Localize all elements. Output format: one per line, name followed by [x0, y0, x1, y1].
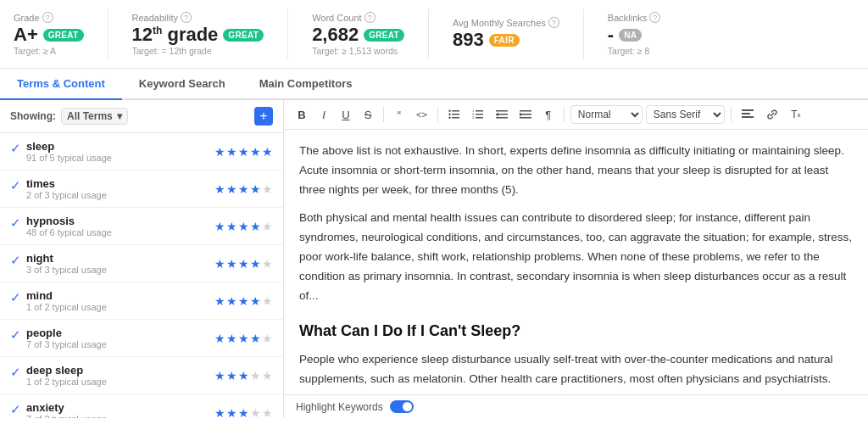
star-icon: ★ [226, 369, 237, 383]
svg-point-4 [448, 114, 450, 115]
term-stars: ★★★★★ [214, 145, 273, 159]
avg-monthly-info-icon[interactable]: ? [548, 17, 559, 28]
term-item[interactable]: ✓ deep sleep 1 of 2 typical usage ★★★★★ [0, 357, 283, 394]
term-name: people [26, 327, 107, 339]
term-usage: 91 of 5 typical usage [26, 153, 112, 163]
term-stars: ★★★★★ [214, 220, 273, 233]
grade-info-icon[interactable]: ? [42, 12, 53, 23]
paragraph-format-button[interactable]: ¶ [539, 106, 558, 124]
content-paragraph-1: The above list is not exhaustive. In sho… [299, 142, 853, 200]
star-icon: ★ [238, 332, 249, 345]
svg-rect-1 [452, 114, 459, 115]
grade-target: Target: ≥ A [14, 46, 84, 56]
grade-badge: GREAT [43, 29, 84, 42]
backlinks-info-icon[interactable]: ? [649, 12, 660, 23]
content-paragraph-3: People who experience sleep disturbance … [299, 350, 853, 394]
highlight-label: Highlight Keywords [296, 401, 383, 413]
backlinks-target: Target: ≥ 8 [608, 46, 660, 56]
editor-content[interactable]: The above list is not exhaustive. In sho… [284, 130, 868, 394]
code-button[interactable]: <> [412, 107, 431, 122]
sidebar-header: Showing: All Terms ▾ + [0, 100, 283, 133]
term-item[interactable]: ✓ night 3 of 3 typical usage ★★★★★ [0, 245, 283, 282]
add-term-button[interactable]: + [254, 107, 273, 126]
highlight-bar: Highlight Keywords [284, 394, 868, 418]
star-icon: ★ [262, 294, 273, 308]
term-usage: 7 of 2 typical usage [26, 414, 107, 418]
svg-rect-7 [476, 114, 483, 115]
strikethrough-button[interactable]: S [359, 106, 377, 124]
term-name: deep sleep [26, 364, 107, 377]
font-select[interactable]: Sans Serif Serif Monospace [646, 105, 725, 124]
showing-dropdown[interactable]: All Terms ▾ [61, 108, 128, 125]
link-button[interactable] [761, 105, 783, 124]
svg-rect-14 [496, 117, 508, 119]
svg-rect-12 [496, 110, 508, 112]
term-check-icon: ✓ [10, 215, 21, 231]
term-usage: 48 of 6 typical usage [26, 227, 112, 237]
term-item[interactable]: ✓ people 7 of 3 typical usage ★★★★★ [0, 320, 283, 357]
term-stars: ★★★★★ [214, 294, 273, 308]
clear-format-button[interactable]: Tx [787, 106, 805, 123]
svg-rect-18 [520, 117, 531, 119]
word-count-value: 2,682 [312, 25, 359, 45]
star-icon: ★ [250, 220, 261, 233]
term-item[interactable]: ✓ sleep 91 of 5 typical usage ★★★★★ [0, 133, 283, 170]
indent-right-button[interactable] [515, 106, 536, 123]
backlinks-value: - [608, 25, 614, 45]
term-usage: 2 of 3 typical usage [26, 190, 107, 200]
svg-rect-21 [742, 113, 750, 114]
avg-monthly-label: Avg Monthly Searches ? [453, 17, 559, 28]
term-name: night [26, 252, 107, 265]
svg-marker-19 [520, 113, 522, 117]
list-ordered-button[interactable]: 123 [468, 106, 488, 123]
metric-avg-monthly: Avg Monthly Searches ? 893 FAIR [453, 8, 584, 59]
indent-left-button[interactable] [492, 106, 512, 123]
format-select[interactable]: Normal Heading 1 Heading 2 [570, 105, 643, 124]
word-count-info-icon[interactable]: ? [364, 12, 376, 23]
align-button[interactable] [737, 107, 758, 122]
term-item[interactable]: ✓ mind 1 of 2 typical usage ★★★★★ [0, 282, 283, 320]
bold-button[interactable]: B [292, 106, 311, 124]
toolbar-sep-4 [731, 107, 732, 122]
metric-word-count: Word Count ? 2,682 GREAT Target: ≥ 1,513… [312, 8, 429, 59]
toolbar-sep-2 [437, 107, 438, 122]
grade-value: A+ [14, 25, 38, 45]
list-unordered-button[interactable] [444, 106, 465, 123]
star-icon: ★ [226, 257, 237, 271]
quote-button[interactable]: “ [390, 106, 409, 124]
content-area: B I U S “ <> 123 ¶ Normal Hea [284, 100, 868, 418]
star-icon: ★ [226, 294, 237, 308]
term-check-icon: ✓ [10, 178, 21, 193]
term-check-icon: ✓ [10, 327, 21, 343]
svg-rect-20 [742, 109, 754, 111]
highlight-toggle[interactable] [390, 400, 414, 413]
svg-rect-16 [520, 110, 531, 112]
term-name: times [26, 177, 107, 190]
avg-monthly-value: 893 [453, 30, 484, 50]
sidebar: Showing: All Terms ▾ + ✓ sleep 91 of 5 t… [0, 100, 284, 418]
svg-rect-0 [452, 110, 459, 112]
metrics-bar: Grade ? A+ GREAT Target: ≥ A Readability… [0, 0, 868, 69]
term-item[interactable]: ✓ times 2 of 3 typical usage ★★★★★ [0, 170, 283, 208]
readability-info-icon[interactable]: ? [181, 12, 192, 23]
content-paragraph-2: Both physical and mental health issues c… [299, 209, 853, 306]
italic-button[interactable]: I [314, 106, 333, 124]
readability-badge: GREAT [223, 29, 264, 42]
star-icon: ★ [262, 406, 273, 419]
term-item[interactable]: ✓ hypnosis 48 of 6 typical usage ★★★★★ [0, 208, 283, 245]
star-icon: ★ [226, 182, 237, 196]
tab-main-competitors[interactable]: Main Competitors [242, 69, 370, 100]
star-icon: ★ [250, 257, 261, 271]
term-name: anxiety [26, 401, 107, 414]
star-icon: ★ [250, 294, 261, 308]
chevron-down-icon: ▾ [117, 110, 122, 122]
tab-terms-content[interactable]: Terms & Content [0, 69, 122, 100]
star-icon: ★ [214, 369, 225, 383]
svg-rect-22 [742, 116, 754, 118]
word-count-target: Target: ≥ 1,513 words [312, 46, 404, 56]
tab-keyword-search[interactable]: Keyword Search [122, 69, 242, 100]
term-item[interactable]: ✓ anxiety 7 of 2 typical usage ★★★★★ [0, 394, 283, 418]
underline-button[interactable]: U [337, 106, 355, 124]
star-icon: ★ [250, 332, 261, 345]
avg-monthly-badge: FAIR [489, 34, 520, 47]
